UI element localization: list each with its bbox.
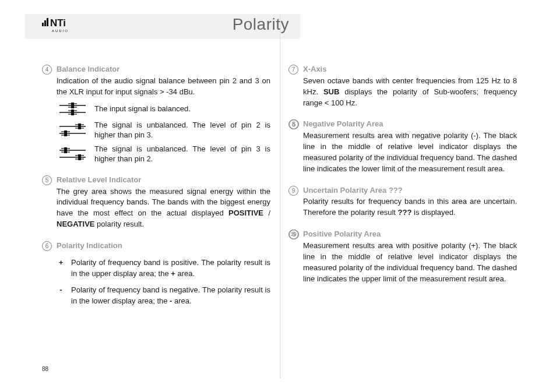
- item-x-axis: 7 X-Axis Seven octave bands with center …: [288, 64, 517, 108]
- heading: Uncertain Polarity Area ???: [303, 185, 517, 196]
- text-bold: SUB: [323, 87, 339, 96]
- text: area.: [175, 269, 195, 278]
- text: /: [263, 209, 270, 217]
- text: Polarity of frequency band is negative. …: [71, 285, 270, 307]
- page-number: 88: [42, 365, 48, 374]
- heading: Polarity Indication: [57, 241, 270, 252]
- body-text: Measurement results area with positive p…: [303, 241, 517, 284]
- item-polarity-indication: 6 Polarity Indication + Polarity of freq…: [42, 241, 270, 307]
- heading: Relative Level Indicator: [57, 175, 270, 186]
- balance-row-balanced: The input signal is balanced.: [57, 101, 270, 116]
- heading: Negative Polarity Area: [303, 119, 517, 130]
- body-text: Indication of the audio signal balance b…: [57, 76, 270, 98]
- body-text: Seven octave bands with center frequenci…: [303, 76, 517, 109]
- nti-audio-logo: NTi AUDIO: [42, 18, 77, 36]
- item-number-5: 5: [42, 175, 52, 185]
- plus-icon: +: [57, 257, 65, 269]
- balance-icon-pin2high: [57, 122, 89, 137]
- item-number-7: 7: [288, 65, 298, 75]
- text-bold: NEGATIVE: [57, 220, 95, 228]
- page-title: Polarity: [233, 13, 289, 37]
- text: polarity result.: [95, 220, 145, 228]
- text-bold: +: [171, 269, 175, 278]
- svg-text:NTi: NTi: [50, 18, 66, 29]
- body-text: The grey area shows the measured signal …: [57, 186, 270, 230]
- ref-5-icon: 5: [289, 119, 299, 129]
- item-number-9: 9: [288, 186, 298, 196]
- text-bold: ???: [398, 208, 412, 217]
- balance-text: The signal is unbalanced. The level of p…: [94, 120, 270, 140]
- right-column: 7 X-Axis Seven octave bands with center …: [288, 64, 517, 295]
- item-positive-polarity: 10 Positive Polarity Area Measurement re…: [288, 229, 517, 284]
- ref-5-icon: 5: [289, 229, 299, 239]
- balance-text: The signal is unbalanced. The level of p…: [94, 144, 270, 164]
- body-text: Polarity results for frequency bands in …: [303, 196, 517, 218]
- svg-rect-2: [47, 18, 48, 26]
- heading: Balance Indicator: [57, 64, 270, 75]
- balance-text: The input signal is balanced.: [94, 104, 270, 114]
- polarity-positive-row: + Polarity of frequency band is positive…: [57, 257, 270, 280]
- column-separator: [280, 14, 280, 378]
- balance-row-pin3high: The signal is unbalanced. The level of p…: [57, 144, 270, 164]
- heading: Positive Polarity Area: [303, 229, 517, 240]
- balance-row-pin2high: The signal is unbalanced. The level of p…: [57, 120, 270, 140]
- svg-text:AUDIO: AUDIO: [52, 29, 69, 33]
- text: is displayed.: [411, 208, 455, 217]
- polarity-negative-row: - Polarity of frequency band is negative…: [57, 285, 270, 307]
- svg-rect-1: [44, 20, 46, 26]
- text-bold: POSITIVE: [228, 209, 263, 217]
- text: Polarity of frequency band is positive. …: [71, 257, 270, 280]
- svg-rect-0: [42, 23, 44, 26]
- text: area.: [172, 296, 191, 305]
- item-balance-indicator: 4 Balance Indicator Indication of the au…: [42, 64, 270, 164]
- minus-icon: -: [57, 285, 65, 296]
- item-negative-polarity: 8 Negative Polarity Area Measurement res…: [288, 119, 517, 174]
- item-relative-level: 5 Relative Level Indicator The grey area…: [42, 175, 270, 230]
- balance-icon-pin3high: [57, 146, 89, 161]
- left-column: 4 Balance Indicator Indication of the au…: [42, 64, 270, 317]
- balance-icon-balanced: [57, 101, 89, 116]
- item-uncertain-polarity: 9 Uncertain Polarity Area ??? Polarity r…: [288, 185, 517, 219]
- item-number-4: 4: [42, 65, 52, 75]
- heading: X-Axis: [303, 64, 517, 75]
- body-text: Measurement results area with negative p…: [303, 130, 517, 174]
- item-number-6: 6: [42, 241, 52, 251]
